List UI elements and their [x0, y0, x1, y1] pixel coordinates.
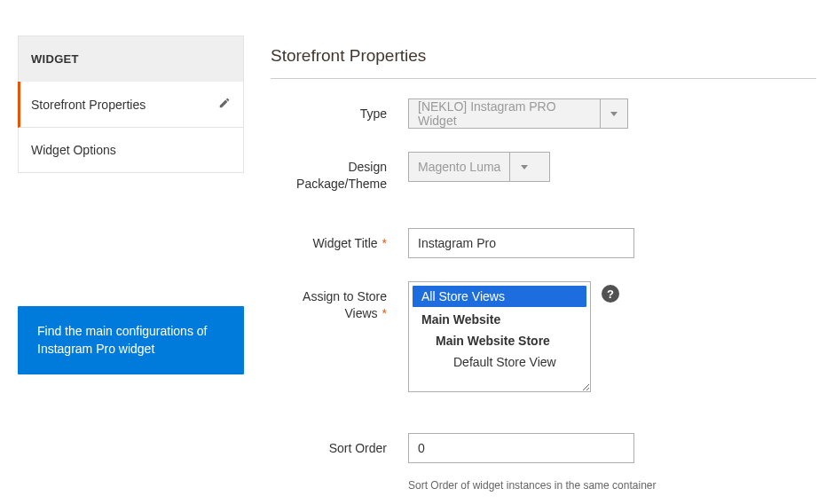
hint-text: Find the main configurations of Instagra… [37, 324, 207, 356]
label-store-views: Assign to Store Views* [271, 281, 408, 322]
row-theme: Design Package/Theme Magento Luma [271, 152, 816, 205]
sidebar-item-storefront-properties[interactable]: Storefront Properties [18, 82, 244, 128]
widget-title-input[interactable] [408, 228, 634, 258]
label-widget-title: Widget Title* [271, 228, 408, 252]
sort-order-help-text: Sort Order of widget instances in the sa… [408, 479, 656, 492]
sort-order-input[interactable] [408, 433, 634, 463]
required-star-icon: * [382, 306, 387, 320]
label-type: Type [271, 98, 408, 122]
theme-select-value: Magento Luma [409, 153, 509, 181]
label-theme: Design Package/Theme [271, 152, 408, 193]
type-select: [NEKLO] Instagram PRO Widget [408, 98, 628, 129]
store-views-multiselect[interactable]: All Store Views Main Website Main Websit… [408, 281, 591, 392]
caret-down-icon [521, 165, 528, 169]
type-select-value: [NEKLO] Instagram PRO Widget [409, 99, 600, 128]
sidebar-header: WIDGET [18, 35, 244, 82]
help-icon[interactable]: ? [602, 285, 619, 303]
caret-down-icon [610, 112, 618, 116]
dropdown-caret [509, 153, 538, 181]
dropdown-caret [600, 99, 627, 128]
row-store-views: Assign to Store Views* All Store Views M… [271, 281, 816, 392]
sidebar-item-label: Storefront Properties [31, 98, 146, 112]
label-text: Assign to Store Views [303, 289, 387, 320]
store-option-all[interactable]: All Store Views [413, 286, 586, 307]
store-option-store[interactable]: Main Website Store [409, 330, 590, 351]
store-option-view[interactable]: Default Store View [409, 351, 590, 373]
row-sort-order: Sort Order Sort Order of widget instance… [271, 433, 816, 492]
sidebar-item-label: Widget Options [31, 143, 116, 157]
row-widget-title: Widget Title* [271, 228, 816, 258]
pencil-icon [218, 97, 231, 112]
main-panel: Storefront Properties Type [NEKLO] Insta… [271, 35, 816, 495]
sidebar: WIDGET Storefront Properties Widget Opti… [18, 35, 244, 495]
section-title: Storefront Properties [271, 46, 816, 79]
label-sort-order: Sort Order [271, 433, 408, 457]
row-type: Type [NEKLO] Instagram PRO Widget [271, 98, 816, 129]
hint-callout: Find the main configurations of Instagra… [18, 306, 244, 374]
label-text: Widget Title [312, 236, 377, 250]
store-option-website[interactable]: Main Website [409, 309, 590, 330]
theme-select: Magento Luma [408, 152, 550, 182]
sidebar-item-widget-options[interactable]: Widget Options [18, 128, 244, 173]
required-star-icon: * [382, 236, 387, 250]
